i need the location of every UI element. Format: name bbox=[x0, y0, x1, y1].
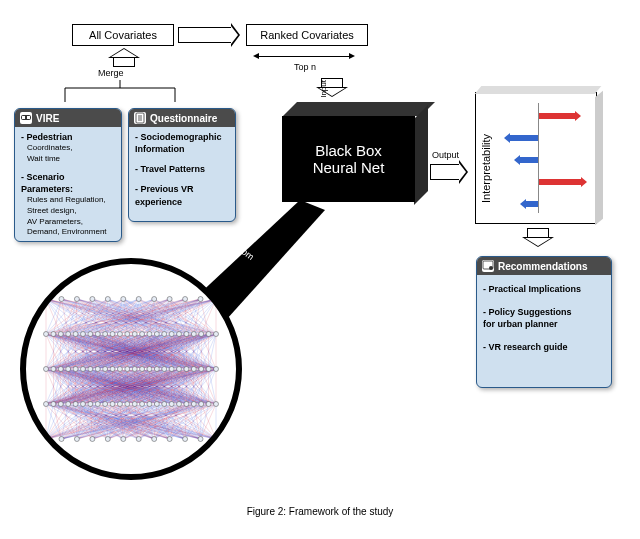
svg-point-1180 bbox=[214, 367, 219, 372]
s3: AV Parameters, bbox=[27, 217, 115, 228]
blackbox-side bbox=[414, 105, 428, 205]
svg-point-1187 bbox=[88, 402, 93, 407]
r3: - VR research guide bbox=[483, 341, 605, 354]
interp-bar-3 bbox=[520, 157, 538, 163]
interp-tip-4 bbox=[581, 177, 587, 187]
svg-line-906 bbox=[209, 369, 216, 404]
svg-point-1156 bbox=[214, 332, 219, 337]
svg-point-1154 bbox=[199, 332, 204, 337]
ranked-covariates-box: Ranked Covariates bbox=[246, 24, 368, 46]
svg-point-1192 bbox=[125, 402, 130, 407]
svg-point-1135 bbox=[58, 332, 63, 337]
svg-point-1213 bbox=[167, 437, 172, 442]
ped-label: - Pedestrian bbox=[21, 131, 115, 143]
blackbox-l2: Neural Net bbox=[313, 159, 385, 176]
svg-point-1189 bbox=[103, 402, 108, 407]
svg-point-1169 bbox=[132, 367, 137, 372]
svg-point-1168 bbox=[125, 367, 130, 372]
clipboard-icon bbox=[134, 112, 146, 124]
svg-rect-5 bbox=[22, 116, 25, 119]
svg-point-1193 bbox=[132, 402, 137, 407]
svg-point-1194 bbox=[140, 402, 145, 407]
rec-header: Recommendations bbox=[477, 257, 611, 275]
q2: - Travel Patterns bbox=[135, 163, 229, 175]
svg-point-1216 bbox=[214, 437, 219, 442]
svg-point-1179 bbox=[206, 367, 211, 372]
label: All Covariates bbox=[89, 29, 157, 41]
svg-point-1203 bbox=[206, 402, 211, 407]
svg-point-12 bbox=[489, 266, 493, 270]
svg-point-1150 bbox=[169, 332, 174, 337]
svg-point-1202 bbox=[199, 402, 204, 407]
label: Ranked Covariates bbox=[260, 29, 354, 41]
svg-point-1206 bbox=[59, 437, 64, 442]
svg-point-1199 bbox=[177, 402, 182, 407]
s2: Street design, bbox=[27, 206, 115, 217]
svg-point-1170 bbox=[140, 367, 145, 372]
svg-point-1197 bbox=[162, 402, 167, 407]
blackbox-front: Black Box Neural Net bbox=[282, 116, 415, 202]
svg-point-1174 bbox=[169, 367, 174, 372]
s1: Rules and Regulation, bbox=[27, 195, 115, 206]
svg-rect-6 bbox=[27, 116, 30, 119]
quest-body: - Sociodemographic Information - Travel … bbox=[129, 127, 235, 212]
svg-point-1123 bbox=[74, 297, 79, 302]
svg-point-1178 bbox=[199, 367, 204, 372]
quest-header: Questionnaire bbox=[129, 109, 235, 127]
r2a: - Policy Suggestions bbox=[483, 306, 605, 319]
svg-point-1201 bbox=[191, 402, 196, 407]
q1: - Sociodemographic bbox=[135, 131, 229, 143]
svg-point-1190 bbox=[110, 402, 115, 407]
svg-point-1134 bbox=[51, 332, 56, 337]
vire-body: - Pedestrian Coordinates, Wait time - Sc… bbox=[15, 127, 121, 242]
svg-point-1126 bbox=[121, 297, 126, 302]
svg-point-1146 bbox=[140, 332, 145, 337]
ped-sub1: Coordinates, bbox=[27, 143, 115, 154]
svg-line-555 bbox=[209, 334, 216, 369]
svg-point-1144 bbox=[125, 332, 130, 337]
interp-top bbox=[475, 86, 602, 94]
s4: Demand, Environment bbox=[27, 227, 115, 238]
svg-point-1176 bbox=[184, 367, 189, 372]
svg-point-1196 bbox=[154, 402, 159, 407]
interp-box: Interpretability bbox=[475, 92, 597, 224]
svg-point-1155 bbox=[206, 332, 211, 337]
neural-net-svg bbox=[26, 264, 236, 474]
svg-point-1207 bbox=[74, 437, 79, 442]
interp-bar-5 bbox=[526, 201, 538, 207]
svg-point-1122 bbox=[59, 297, 64, 302]
svg-point-1167 bbox=[117, 367, 122, 372]
svg-point-1131 bbox=[198, 297, 203, 302]
interp-to-rec-arrow bbox=[522, 228, 554, 247]
merge-arrow bbox=[108, 48, 140, 67]
interp-bar-2 bbox=[510, 135, 538, 141]
zoom-circle bbox=[20, 258, 242, 480]
svg-point-1208 bbox=[90, 437, 95, 442]
svg-point-1149 bbox=[162, 332, 167, 337]
svg-point-1212 bbox=[152, 437, 157, 442]
top-n-range bbox=[258, 56, 350, 57]
svg-point-1162 bbox=[80, 367, 85, 372]
vire-header: VIRE bbox=[15, 109, 121, 127]
svg-point-1200 bbox=[184, 402, 189, 407]
svg-point-1165 bbox=[103, 367, 108, 372]
svg-point-1171 bbox=[147, 367, 152, 372]
vr-headset-icon bbox=[20, 112, 32, 124]
svg-point-1148 bbox=[154, 332, 159, 337]
interp-tip-1 bbox=[575, 111, 581, 121]
svg-point-1183 bbox=[58, 402, 63, 407]
svg-point-1157 bbox=[44, 367, 49, 372]
svg-point-1166 bbox=[110, 367, 115, 372]
output-label: Output bbox=[432, 150, 459, 160]
input-label: Input bbox=[319, 80, 328, 98]
svg-point-1185 bbox=[73, 402, 78, 407]
svg-point-1184 bbox=[66, 402, 71, 407]
interp-bar-1 bbox=[539, 113, 575, 119]
svg-point-1209 bbox=[105, 437, 110, 442]
svg-point-1125 bbox=[105, 297, 110, 302]
rec-body: - Practical Implications - Policy Sugges… bbox=[477, 275, 611, 357]
r1: - Practical Implications bbox=[483, 283, 605, 296]
interp-tip-5 bbox=[520, 199, 526, 209]
svg-point-1175 bbox=[177, 367, 182, 372]
interp-tip-3 bbox=[514, 155, 520, 165]
